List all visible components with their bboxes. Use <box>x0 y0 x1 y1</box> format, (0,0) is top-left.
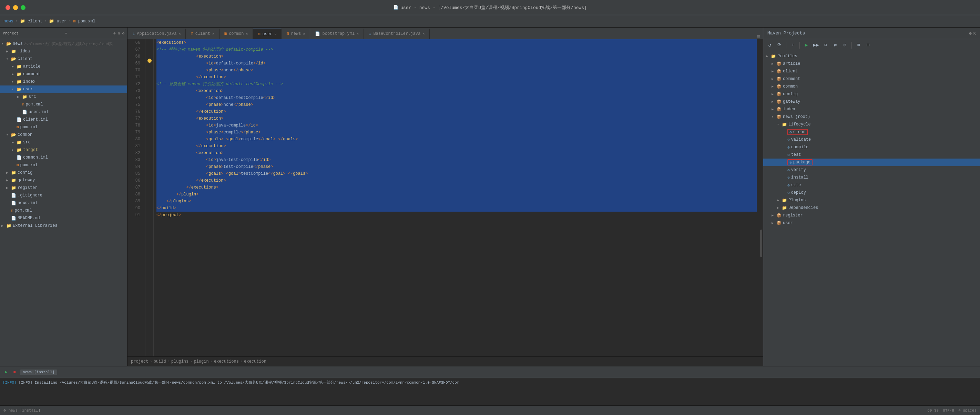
bc-plugin[interactable]: plugin <box>194 359 208 364</box>
tab-bootstrap-yml[interactable]: 📄 bootstrap.yml ✕ <box>310 29 364 39</box>
maven-item-validate[interactable]: ⚙ validate <box>763 136 980 143</box>
sidebar-header-icons: ⊕ ⇅ ⚙ <box>113 31 124 35</box>
sidebar-item-article[interactable]: ▶ 📁 article <box>0 63 127 70</box>
maven-item-register[interactable]: ▶ 📦 register <box>763 211 980 219</box>
tab-client[interactable]: m client ✕ <box>186 29 219 39</box>
maven-item-deploy[interactable]: ⚙ deploy <box>763 189 980 197</box>
maven-reimport-btn[interactable]: ⟳ <box>776 41 783 49</box>
maven-refresh-btn[interactable]: ↺ <box>766 41 773 49</box>
maven-toggle-btn[interactable]: ⇄ <box>832 41 839 49</box>
breadcrumb-pom[interactable]: pom.xml <box>78 19 95 24</box>
bc-plugins[interactable]: plugins <box>171 359 188 364</box>
maven-settings-icon[interactable]: ⚙ <box>969 31 972 36</box>
sidebar-item-client-iml[interactable]: 📄 client.iml <box>0 116 127 123</box>
sidebar-item-gateway[interactable]: ▶ 📁 gateway <box>0 176 127 184</box>
sidebar-item-pom-common[interactable]: m pom.xml <box>0 161 127 169</box>
maven-item-compile[interactable]: ⚙ compile <box>763 143 980 151</box>
tab-close[interactable]: ✕ <box>422 32 425 36</box>
tab-close[interactable]: ✕ <box>303 32 305 36</box>
sidebar-item-idea[interactable]: ▶ 📁 .idea <box>0 48 127 55</box>
sidebar-item-user-iml[interactable]: 📄 user.iml <box>0 108 127 116</box>
tab-user[interactable]: m user ✕ <box>253 29 282 39</box>
maven-collapse-all-btn[interactable]: ⊟ <box>864 41 872 49</box>
maven-item-install[interactable]: ⚙ install <box>763 174 980 181</box>
sidebar-icon-3[interactable]: ⚙ <box>122 31 124 35</box>
sidebar-item-news-iml[interactable]: 📄 news.iml <box>0 199 127 207</box>
bc-build[interactable]: build <box>154 359 166 364</box>
tab-news[interactable]: m news ✕ <box>282 29 310 39</box>
editor-scrollbar[interactable] <box>759 39 763 356</box>
sidebar-item-comment[interactable]: ▶ 📁 comment <box>0 70 127 78</box>
sidebar-dropdown-icon[interactable]: ▾ <box>65 31 67 35</box>
maven-settings-btn[interactable]: ⚙ <box>841 41 849 49</box>
maven-item-test[interactable]: ⚙ test <box>763 151 980 159</box>
line-84: 84 <box>127 164 142 170</box>
tab-basecontroller[interactable]: ☕ BaseController.java ✕ <box>364 29 430 39</box>
maven-item-config[interactable]: ▶ 📦 config <box>763 90 980 98</box>
sidebar-item-src-common[interactable]: ▶ 📁 src <box>0 138 127 146</box>
tab-application-java[interactable]: ☕ Application.java ✕ <box>127 29 186 39</box>
maven-item-package[interactable]: ⚙ package <box>763 159 980 166</box>
sidebar-item-register[interactable]: ▶ 📁 register <box>0 184 127 192</box>
sidebar-item-pom-client[interactable]: m pom.xml <box>0 123 127 131</box>
minimize-button[interactable] <box>13 5 18 10</box>
maven-run-btn[interactable]: ▶ <box>803 41 810 49</box>
tab-list-icon[interactable]: ☰ <box>757 35 760 39</box>
maven-item-site[interactable]: ⚙ site <box>763 181 980 189</box>
maven-expand-icon[interactable]: ⇱ <box>973 31 976 36</box>
maven-item-common[interactable]: ▶ 📦 common <box>763 83 980 90</box>
tab-close[interactable]: ✕ <box>274 32 276 36</box>
close-button[interactable] <box>5 5 10 10</box>
sidebar-item-readme[interactable]: 📄 README.md <box>0 215 127 222</box>
maven-item-user[interactable]: ▶ 📦 user <box>763 219 980 227</box>
maven-item-client[interactable]: ▶ 📦 client <box>763 68 980 75</box>
maven-skip-tests-btn[interactable]: ⊘ <box>822 41 829 49</box>
run-icon[interactable]: ▶ <box>3 369 10 376</box>
maximize-button[interactable] <box>21 5 25 10</box>
maven-run-debug-btn[interactable]: ▶▶ <box>812 41 820 49</box>
sidebar-item-src[interactable]: ▶ 📁 src <box>0 93 127 101</box>
bc-execution[interactable]: execution <box>244 359 266 364</box>
sidebar-item-config[interactable]: ▶ 📁 config <box>0 169 127 176</box>
sidebar-item-common[interactable]: ▾ 📂 common <box>0 131 127 138</box>
sidebar-item-gitignore[interactable]: 📄 .gitignore <box>0 192 127 199</box>
sidebar-item-index[interactable]: ▶ 📁 index <box>0 78 127 86</box>
maven-expand-all-btn[interactable]: ⊞ <box>854 41 862 49</box>
tab-close[interactable]: ✕ <box>356 32 359 36</box>
maven-item-dependencies[interactable]: ▶ 📁 Dependencies <box>763 204 980 211</box>
sidebar-item-common-iml[interactable]: 📄 common.iml <box>0 154 127 161</box>
stop-icon[interactable]: ■ <box>11 369 18 376</box>
sidebar-item-client[interactable]: ▾ 📂 client <box>0 55 127 63</box>
tab-close[interactable]: ✕ <box>178 32 181 36</box>
code-editor[interactable]: 66 67 68 69 70 71 72 73 74 75 76 77 78 7… <box>127 39 763 356</box>
tab-common[interactable]: m common ✕ <box>220 29 253 39</box>
tab-close[interactable]: ✕ <box>212 32 214 36</box>
maven-add-btn[interactable]: + <box>789 41 797 49</box>
sidebar-item-pom-user[interactable]: m pom.xml <box>0 101 127 108</box>
bc-executions[interactable]: executions <box>214 359 239 364</box>
sidebar-icon-1[interactable]: ⊕ <box>113 31 116 35</box>
breadcrumb-client[interactable]: client <box>27 19 42 24</box>
scrollbar-thumb[interactable] <box>760 229 762 257</box>
maven-item-gateway[interactable]: ▶ 📦 gateway <box>763 98 980 105</box>
maven-item-verify[interactable]: ⚙ verify <box>763 166 980 174</box>
bc-project[interactable]: project <box>131 359 148 364</box>
maven-item-news-root[interactable]: ▾ 📦 news (root) <box>763 113 980 121</box>
sidebar-item-user[interactable]: ▾ 📂 user <box>0 86 127 93</box>
sidebar-item-ext-libs[interactable]: ▶ 📁 External Libraries <box>0 222 127 229</box>
maven-item-comment[interactable]: ▶ 📦 comment <box>763 75 980 83</box>
sidebar-item-target[interactable]: ▶ 📁 target <box>0 146 127 154</box>
maven-item-lifecycle[interactable]: ▾ 📁 Lifecycle <box>763 121 980 128</box>
tab-close[interactable]: ✕ <box>246 32 248 36</box>
sidebar-item-news-root[interactable]: ▾ 📂 news /Volumes/大白菜U盘/课程/视频/SpringClou… <box>0 40 127 48</box>
breadcrumb-news[interactable]: news <box>3 19 13 24</box>
maven-item-clean[interactable]: ⚙ clean <box>763 128 980 136</box>
maven-item-plugins[interactable]: ▶ 📁 Plugins <box>763 197 980 204</box>
sidebar-icon-2[interactable]: ⇅ <box>118 31 120 35</box>
sidebar-item-pom-news[interactable]: m pom.xml <box>0 207 127 215</box>
maven-item-article[interactable]: ▶ 📦 article <box>763 60 980 68</box>
maven-item-index[interactable]: ▶ 📦 index <box>763 105 980 113</box>
breadcrumb-user[interactable]: user <box>57 19 67 24</box>
maven-item-profiles[interactable]: ▶ 📁 Profiles <box>763 52 980 60</box>
code-content[interactable]: <executions> <!-- 替换会被 maven 特别处理的 defau… <box>154 39 759 356</box>
